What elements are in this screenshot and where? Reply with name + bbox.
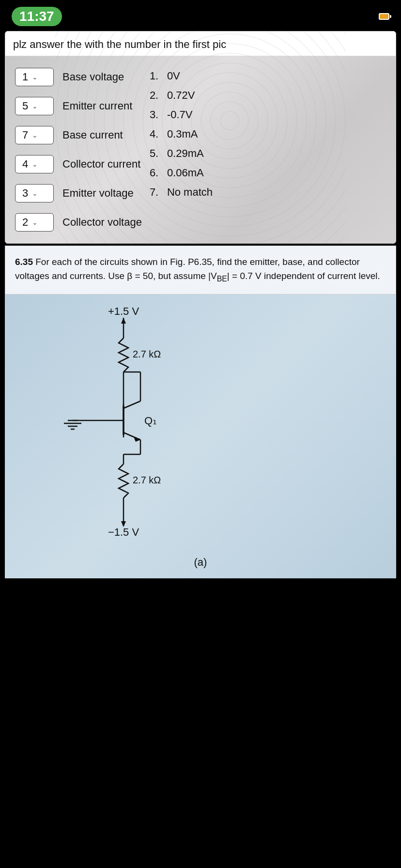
answer-text: -0.7V [167,108,193,121]
answer-text: 0.3mA [167,128,198,140]
label-base-current: Base current [62,129,123,141]
label-collector-voltage: Collector voltage [62,216,142,229]
matching-grid: 1 ⌄ Base voltage 5 ⌄ Emitter current [15,68,386,232]
answer-item-4: 4. 0.3mA [150,128,386,140]
label-emitter-current: Emitter current [62,100,132,112]
matching-area: 1 ⌄ Base voltage 5 ⌄ Emitter current [5,56,396,243]
answer-num: 3. [150,108,163,121]
answer-text: 0V [167,70,180,82]
question-card: plz answer the with the number in the fi… [5,31,396,244]
bottom-resistor-label: 2.7 kΩ [133,475,161,485]
battery-icon [379,13,389,20]
answer-num: 6. [150,167,163,179]
top-resistor-label: 2.7 kΩ [133,349,161,359]
transistor-label: Q₁ [144,415,157,427]
problem-text2: | = 0.7 V independent of current level. [227,271,380,281]
problem-number: 6.35 [15,257,33,267]
answer-num: 7. [150,186,163,199]
status-bar: 11:37 [0,0,401,31]
answer-text: No match [167,186,213,199]
top-voltage-label: +1.5 V [108,305,139,317]
answer-text: 0.72V [167,89,195,102]
circuit-label-text: (a) [194,556,207,568]
answer-text: 0.06mA [167,167,204,179]
answer-item-2: 2. 0.72V [150,89,386,102]
question-header: plz answer the with the number in the fi… [5,31,396,56]
match-row: 2 ⌄ Collector voltage [15,213,142,232]
circuit-svg: +1.5 V 2.7 kΩ [44,304,208,566]
answer-item-3: 3. -0.7V [150,108,386,121]
answer-num: 4. [150,128,163,140]
dropdown-value: 5 [22,100,28,112]
match-row: 4 ⌄ Collector current [15,155,142,173]
bottom-voltage-label: −1.5 V [108,526,139,538]
dropdown-value: 7 [22,129,28,141]
answer-item-7: 7. No match [150,186,386,199]
label-collector-current: Collector current [62,158,140,170]
dropdown-value: 4 [22,158,28,170]
chevron-down-icon: ⌄ [32,102,38,110]
circuit-diagram: +1.5 V 2.7 kΩ [15,304,386,566]
chevron-down-icon: ⌄ [32,160,38,168]
match-row: 3 ⌄ Emitter voltage [15,184,142,202]
dropdown-value: 2 [22,216,28,229]
left-column: 1 ⌄ Base voltage 5 ⌄ Emitter current [15,68,142,232]
label-emitter-voltage: Emitter voltage [62,187,134,200]
match-row: 5 ⌄ Emitter current [15,97,142,115]
chevron-down-icon: ⌄ [32,189,38,197]
chevron-down-icon: ⌄ [32,73,38,81]
label-base-voltage: Base voltage [62,71,124,83]
problem-subscript: BE [217,275,227,283]
chevron-down-icon: ⌄ [32,131,38,139]
answer-item-5: 5. 0.29mA [150,147,386,160]
circuit-card: +1.5 V 2.7 kΩ [5,294,396,578]
answer-num: 1. [150,70,163,82]
dropdown-base-current[interactable]: 7 ⌄ [15,126,54,144]
chevron-down-icon: ⌄ [32,218,38,226]
dropdown-collector-voltage[interactable]: 2 ⌄ [15,213,54,232]
answer-num: 2. [150,89,163,102]
answer-item-6: 6. 0.06mA [150,167,386,179]
match-row: 1 ⌄ Base voltage [15,68,142,86]
dropdown-base-voltage[interactable]: 1 ⌄ [15,68,54,86]
dropdown-value: 3 [22,187,28,200]
main-content: plz answer the with the number in the fi… [5,31,396,578]
svg-line-12 [123,401,140,408]
time-display: 11:37 [12,7,62,26]
svg-marker-1 [121,318,126,324]
dropdown-value: 1 [22,71,28,83]
answer-item-1: 1. 0V [150,70,386,82]
right-column: 1. 0V 2. 0.72V 3. -0.7V 4. 0.3mA [150,68,386,232]
dropdown-emitter-current[interactable]: 5 ⌄ [15,97,54,115]
answer-num: 5. [150,147,163,160]
match-row: 7 ⌄ Base current [15,126,142,144]
answer-text: 0.29mA [167,147,204,160]
problem-card: 6.35 For each of the circuits shown in F… [5,246,396,294]
dropdown-collector-current[interactable]: 4 ⌄ [15,155,54,173]
dropdown-emitter-voltage[interactable]: 3 ⌄ [15,184,54,202]
